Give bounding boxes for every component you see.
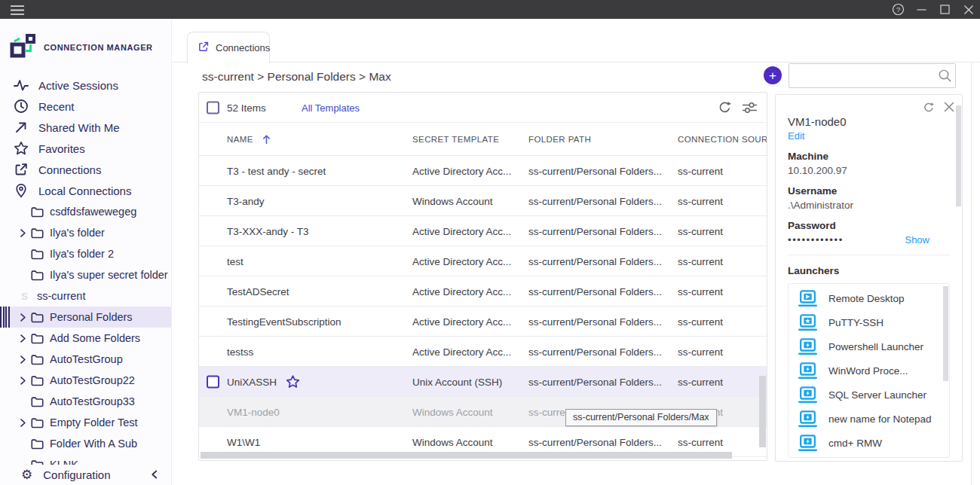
table-row-testss[interactable]: testssActive Directory Acc...ss-current/… — [199, 337, 767, 367]
tree-item-empty-folder-test[interactable]: Empty Folder Test — [0, 412, 171, 433]
password-masked-value: •••••••••••• — [788, 234, 844, 246]
select-all-checkbox[interactable] — [207, 101, 219, 114]
chevron-right-icon[interactable] — [20, 313, 31, 321]
tree-item-ilya-s-folder[interactable]: Ilya's folder — [0, 222, 171, 243]
cell-name: W1\W1 — [227, 436, 260, 447]
panel-refresh-icon[interactable] — [923, 102, 935, 114]
brand: CONNECTION MANAGER — [0, 19, 171, 64]
remote-desktop-icon — [798, 290, 818, 307]
tree-item-folder-with-a-sub[interactable]: Folder With A Sub — [0, 433, 171, 454]
launcher-item-sql-server-launcher[interactable]: SQL Server Launcher — [789, 383, 949, 407]
cell-secret-template: Active Directory Acc... — [412, 316, 511, 327]
search-input[interactable] — [789, 64, 934, 87]
cell-name: UniXASSH — [227, 376, 277, 387]
column-header-name[interactable]: NAME — [227, 135, 253, 144]
tree-item-ilya-s-folder-2[interactable]: Ilya's folder 2 — [0, 243, 171, 264]
sidebar-item-configuration[interactable]: ⚙ Configuration — [0, 465, 171, 485]
column-header-folder-path[interactable]: FOLDER PATH — [528, 135, 591, 144]
table-row-unixassh[interactable]: UniXASSHUnix Account (SSH)ss-current/Per… — [199, 367, 767, 397]
launcher-item-new-name-for-notepad[interactable]: new name for Notepad — [789, 407, 949, 431]
launcher-item-putty-ssh[interactable]: PuTTY-SSH — [789, 310, 949, 334]
panel-scrollbar-thumb[interactable] — [956, 105, 961, 206]
chevron-right-icon[interactable] — [20, 334, 31, 342]
folder-icon — [31, 312, 44, 323]
close-icon[interactable] — [957, 0, 980, 19]
chevron-right-icon[interactable] — [20, 229, 31, 236]
sort-ascending-icon[interactable] — [262, 134, 271, 144]
horizontal-scrollbar-thumb[interactable] — [201, 452, 732, 459]
notepad-launcher-icon — [798, 410, 818, 428]
server-icon: S — [18, 291, 31, 302]
chevron-right-icon[interactable] — [20, 355, 31, 363]
breadcrumb[interactable]: ss-current > Personal Folders > Max — [202, 70, 391, 84]
sidebar-item-connections[interactable]: Connections — [0, 159, 171, 180]
launcher-item-powershell-launcher[interactable]: Powershell Launcher — [789, 334, 949, 358]
tab-connections[interactable]: Connections — [187, 32, 270, 63]
column-header-connection-source[interactable]: CONNECTION SOURCE — [678, 135, 767, 144]
chevron-right-icon[interactable] — [20, 377, 31, 384]
tree-item-csdfdsfawewegeg[interactable]: csdfdsfawewegeg — [0, 201, 171, 222]
star-icon — [14, 141, 29, 156]
table-row-t3-xxx-andy-t3[interactable]: T3-XXX-andy - T3Active Directory Acc...s… — [199, 216, 767, 246]
folder-tree: csdfdsfawewegegIlya's folderIlya's folde… — [0, 201, 171, 475]
tree-item-personal-folders[interactable]: Personal Folders — [0, 307, 171, 328]
help-icon[interactable]: ? — [887, 0, 910, 19]
cell-secret-template: Windows Account — [412, 436, 493, 447]
tree-item-label: Ilya's folder 2 — [50, 248, 114, 260]
add-connection-button[interactable]: + — [764, 66, 782, 84]
launcher-item-winword-proce[interactable]: WinWord Proce... — [789, 358, 949, 383]
favorite-star-icon[interactable] — [286, 374, 300, 389]
search-icon[interactable] — [934, 69, 955, 83]
filter-settings-icon[interactable] — [742, 101, 758, 114]
tree-item-autotestgroup33[interactable]: AutoTestGroup33 — [0, 391, 171, 412]
cell-connection-source: ss-current — [678, 316, 723, 327]
table-row-test[interactable]: testActive Directory Acc...ss-current/Pe… — [199, 246, 767, 276]
minimize-icon[interactable] — [910, 0, 933, 19]
powershell-launcher-icon — [798, 338, 818, 355]
table-row-t3-test-andy-secret[interactable]: T3 - test andy - secretActive Directory … — [199, 156, 767, 186]
launcher-item-cmd-rmw[interactable]: cmd+ RMW — [789, 431, 949, 455]
column-header-secret-template[interactable]: SECRET TEMPLATE — [412, 135, 499, 144]
sidebar-item-local-connections[interactable]: Local Connections — [0, 180, 171, 201]
cell-folder-path: ss-current/Personal Folders... — [528, 436, 662, 447]
panel-close-icon[interactable] — [944, 102, 954, 114]
sidebar-item-recent[interactable]: Recent — [0, 96, 171, 117]
sidebar: CONNECTION MANAGER Active SessionsRecent… — [0, 19, 172, 485]
maximize-icon[interactable] — [933, 0, 957, 19]
launcher-item-remote-desktop[interactable]: Remote Desktop — [789, 286, 949, 310]
putty-ssh-icon — [798, 314, 818, 331]
configuration-label: Configuration — [43, 468, 110, 481]
table-row-t3-andy[interactable]: T3-andyWindows Accountss-current/Persona… — [199, 186, 767, 216]
sidebar-item-shared-with-me[interactable]: Shared With Me — [0, 117, 171, 138]
launchers-scrollbar-thumb[interactable] — [943, 286, 948, 381]
sidebar-item-active-sessions[interactable]: Active Sessions — [0, 75, 171, 96]
tree-item-autotestgroup22[interactable]: AutoTestGroup22 — [0, 370, 171, 391]
chevron-right-icon[interactable] — [20, 419, 31, 426]
row-checkbox[interactable] — [207, 375, 219, 388]
sidebar-item-label: Recent — [38, 100, 75, 113]
tree-item-autotestgroup[interactable]: AutoTestGroup — [0, 349, 171, 370]
sidebar-item-favorites[interactable]: Favorites — [0, 138, 171, 159]
collapse-sidebar-icon[interactable] — [151, 468, 158, 482]
username-value: .\Administrator — [788, 200, 950, 211]
folder-icon — [31, 396, 44, 407]
cell-secret-template: Unix Account (SSH) — [412, 376, 502, 387]
tree-item-add-some-folders[interactable]: Add Some Folders — [0, 328, 171, 349]
cell-connection-source: ss-current — [678, 195, 723, 206]
folder-icon — [31, 249, 44, 260]
hamburger-menu-icon[interactable] — [0, 1, 25, 19]
refresh-icon[interactable] — [718, 100, 732, 114]
launcher-label: cmd+ RMW — [828, 438, 882, 449]
tree-item-ilya-s-super-secret-folder[interactable]: Ilya's super secret folder — [0, 264, 171, 285]
sidebar-item-label: Active Sessions — [38, 79, 118, 92]
show-password-link[interactable]: Show — [905, 234, 929, 246]
template-filter-link[interactable]: All Templates — [302, 102, 360, 113]
cell-name: T3-XXX-andy - T3 — [227, 225, 309, 236]
table-row-testingeventsubscription[interactable]: TestingEventSubscriptionActive Directory… — [199, 307, 767, 337]
table-row-testadsecret[interactable]: TestADSecretActive Directory Acc...ss-cu… — [199, 276, 767, 307]
vertical-scrollbar-thumb[interactable] — [759, 376, 766, 447]
titlebar: ? — [0, 0, 980, 19]
tree-item-ss-current[interactable]: Sss-current — [0, 285, 171, 307]
edit-link[interactable]: Edit — [788, 130, 804, 142]
sidebar-item-label: Local Connections — [38, 185, 131, 197]
